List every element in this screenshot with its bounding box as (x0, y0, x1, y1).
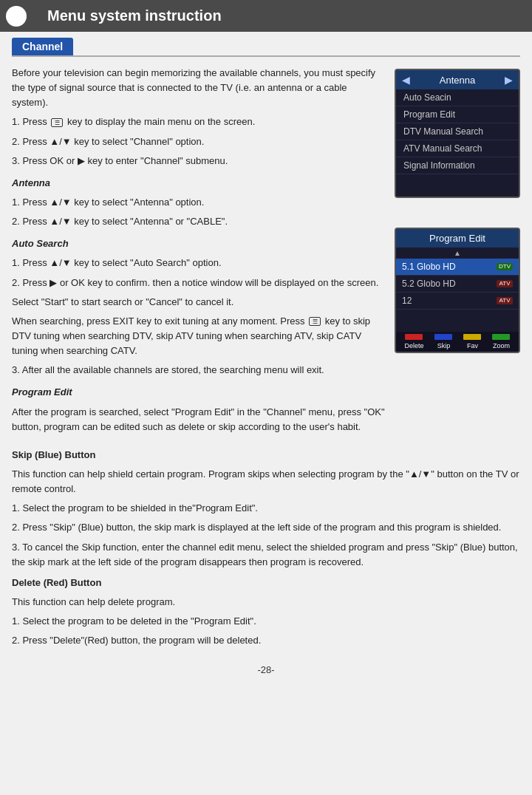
fav-color-indicator (463, 334, 481, 340)
skip-step1: 1. Select the program to be shielded in … (12, 501, 520, 516)
channel-badge-3: ATV (497, 297, 513, 304)
right-arrow-icon: ▶ (505, 74, 513, 86)
menu-item-program-edit[interactable]: Program Edit (396, 106, 519, 123)
zoom-color-indicator (492, 334, 510, 340)
skip-step2: 2. Press "Skip" (Blue) button, the skip … (12, 520, 520, 535)
program-edit-widget-title: Program Edit (396, 229, 519, 248)
right-panels: ◀ Antenna ▶ Auto Seacin Program Edit DTV… (395, 66, 520, 439)
skip-heading: Skip (Blue) Button (12, 448, 520, 463)
menu-key-icon: ☰ (51, 118, 63, 127)
prog-edit-spacer (396, 310, 519, 332)
menu-item-atv-manual-search[interactable]: ATV Manual Search (396, 140, 519, 157)
section-label-container: Channel (0, 32, 532, 55)
fav-button[interactable]: Fav (463, 334, 481, 349)
delete-label: Delete (404, 342, 423, 349)
menu-spacer (396, 174, 519, 197)
antenna-line2: 2. Press ▲/▼ key to select "Antenna" or … (12, 214, 386, 229)
channel-badge-2: ATV (497, 280, 513, 287)
delete-button[interactable]: Delete (404, 334, 423, 349)
program-edit-heading: Program Edit (12, 385, 386, 400)
tv-menu-title: Antenna (440, 75, 475, 86)
menu-key-icon2: ☰ (309, 317, 321, 326)
section-label: Channel (12, 38, 73, 55)
main-content-area: Before your television can begin memoriz… (0, 66, 532, 439)
auto-search-line3: Select "Start" to start search or "Cance… (12, 295, 386, 310)
tv-menu-widget: ◀ Antenna ▶ Auto Seacin Program Edit DTV… (395, 69, 520, 198)
menu-item-dtv-manual-search[interactable]: DTV Manual Search (396, 123, 519, 140)
delete-desc: This function can help delete program. (12, 595, 520, 610)
text-column: Before your television can begin memoriz… (12, 66, 386, 439)
zoom-label: Zoom (492, 342, 510, 349)
prog-edit-row-1[interactable]: 5.1 Globo HD DTV (396, 259, 519, 276)
prog-edit-row-3[interactable]: 12 ATV (396, 293, 519, 310)
page-number: -28- (257, 664, 274, 675)
channel-name-1: 5.1 Globo HD (402, 262, 456, 272)
program-edit-line1: After the program is searched, select "P… (12, 405, 386, 434)
skip-label: Skip (434, 342, 452, 349)
menu-item-signal-info[interactable]: Signal Information (396, 157, 519, 174)
zoom-button[interactable]: Zoom (492, 334, 510, 349)
auto-search-heading: Auto Search (12, 236, 386, 251)
step1: 1. Press ☰ key to display the main menu … (12, 115, 386, 129)
skip-desc: This function can help shield certain pr… (12, 467, 520, 497)
tv-menu-header: ◀ Antenna ▶ (396, 70, 519, 89)
tv-menu-box: ◀ Antenna ▶ Auto Seacin Program Edit DTV… (395, 69, 520, 198)
skip-step3: 3. To cancel the Skip function, enter th… (12, 540, 520, 570)
left-arrow-icon: ◀ (402, 74, 410, 86)
auto-search-line5: 3. After all the available channels are … (12, 363, 386, 378)
auto-search-line2: 2. Press ▶ or OK key to confirm. then a … (12, 276, 386, 290)
delete-color-indicator (405, 334, 423, 340)
delete-step1: 1. Select the program to be deleted in t… (12, 614, 520, 629)
antenna-line1: 1. Press ▲/▼ key to select "Antenna" opt… (12, 195, 386, 210)
widget-spacer (395, 205, 520, 220)
page-title: Menu system instruction (47, 7, 222, 24)
skip-color-indicator (434, 334, 452, 340)
channel-badge-1: DTV (497, 263, 513, 270)
step2: 2. Press ▲/▼ key to select "Channel" opt… (12, 134, 386, 149)
delete-heading: Delete (Red) Button (12, 576, 520, 590)
page-header: Menu system instruction (0, 0, 532, 32)
menu-item-auto-seacin[interactable]: Auto Seacin (396, 89, 519, 106)
skip-button[interactable]: Skip (434, 334, 452, 349)
antenna-heading: Antenna (12, 176, 386, 191)
auto-search-line4: When searching, press EXIT key to exit t… (12, 314, 386, 358)
prog-edit-footer: Delete Skip Fav Zoom (396, 332, 519, 352)
intro-paragraph: Before your television can begin memoriz… (12, 66, 386, 110)
auto-search-line1: 1. Press ▲/▼ key to select "Auto Search"… (12, 256, 386, 270)
channel-name-3: 12 (402, 296, 412, 306)
program-edit-widget: Program Edit ▲ 5.1 Globo HD DTV 5.2 Glob… (395, 228, 520, 353)
step3: 3. Press OK or ▶ key to enter "Channel" … (12, 154, 386, 168)
header-circle-decoration (6, 6, 27, 27)
prog-edit-row-2[interactable]: 5.2 Globo HD ATV (396, 276, 519, 293)
fav-label: Fav (463, 342, 481, 349)
channel-name-2: 5.2 Globo HD (402, 279, 456, 289)
bottom-text-area: Skip (Blue) Button This function can hel… (0, 439, 532, 649)
delete-step2: 2. Press "Delete"(Red) button, the progr… (12, 633, 520, 648)
prog-edit-up-arrow: ▲ (396, 248, 519, 259)
program-edit-box: Program Edit ▲ 5.1 Globo HD DTV 5.2 Glob… (395, 228, 520, 353)
page-footer: -28- (0, 652, 532, 687)
